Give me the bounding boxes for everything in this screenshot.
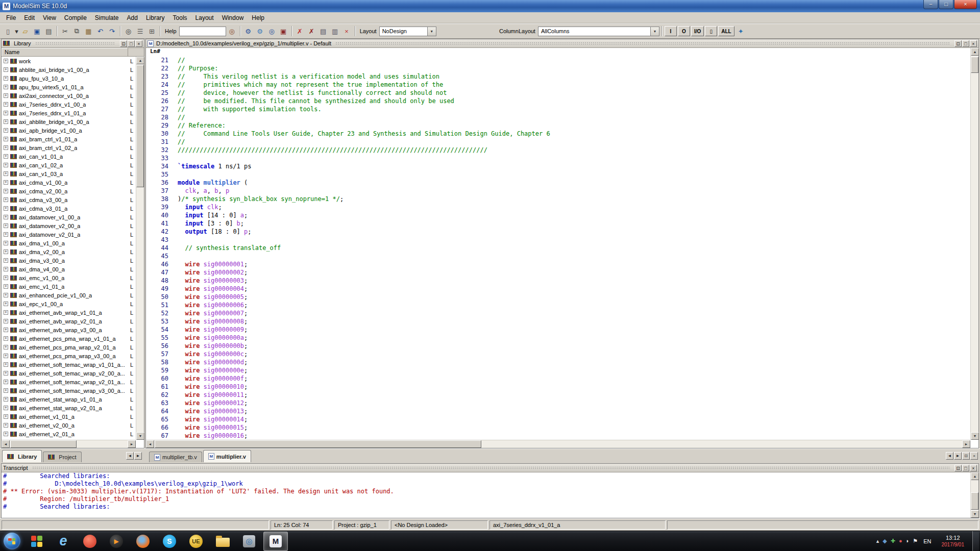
- doc-tab-multiplier-v[interactable]: Mmultiplier.v: [203, 450, 251, 462]
- code-line[interactable]: wire sig00000016;: [178, 432, 969, 440]
- layout-combobox[interactable]: NoDesign ▼: [379, 27, 436, 36]
- titlebar[interactable]: M ModelSim SE 10.0d −□×: [0, 0, 980, 12]
- scroll-up-button[interactable]: ▲: [971, 472, 979, 480]
- library-row[interactable]: +apu_fpu_virtex5_v1_01_aL: [2, 83, 136, 91]
- scroll-down-button[interactable]: ▼: [971, 432, 979, 440]
- expander-icon[interactable]: +: [4, 76, 8, 81]
- library-row[interactable]: +axi_cdma_v3_00_aL: [2, 195, 136, 204]
- taskbar-app-modelsim[interactable]: M: [263, 532, 288, 551]
- code-line[interactable]: // device, however the netlist is functi…: [178, 89, 969, 97]
- drag-handle[interactable]: [35, 42, 115, 45]
- close-pane-button[interactable]: ×: [135, 40, 142, 47]
- find-in-files-button[interactable]: ☰: [134, 26, 146, 37]
- expander-icon[interactable]: +: [4, 223, 8, 228]
- close-pane-button[interactable]: ×: [970, 40, 977, 47]
- library-row[interactable]: +axi_epc_v1_00_aL: [2, 299, 136, 308]
- columnlayout-combobox[interactable]: AllColumns ▼: [538, 27, 659, 36]
- code-line[interactable]: wire sig0000000f;: [178, 374, 969, 383]
- drag-handle[interactable]: [335, 42, 950, 45]
- filter-in-button[interactable]: I: [665, 26, 677, 36]
- close-button[interactable]: ×: [954, 0, 977, 9]
- expander-icon[interactable]: +: [4, 241, 8, 245]
- code-line[interactable]: //: [178, 138, 969, 146]
- library-row[interactable]: +axi_can_v1_03_aL: [2, 169, 136, 178]
- taskbar-app-firefox[interactable]: [131, 532, 155, 551]
- paste-button[interactable]: ▦: [83, 26, 94, 37]
- menu-item-add[interactable]: Add: [123, 13, 142, 22]
- scroll-left-button[interactable]: ◄: [2, 440, 10, 448]
- library-row[interactable]: +axi_datamover_v2_00_aL: [2, 221, 136, 230]
- library-row[interactable]: +axi_can_v1_01_aL: [2, 152, 136, 161]
- delete-all-button[interactable]: ✗: [306, 26, 317, 37]
- library-row[interactable]: +axi_dma_v4_00_aL: [2, 265, 136, 273]
- taskbar-app-opera[interactable]: [78, 532, 102, 551]
- filter-all-button[interactable]: ALL: [718, 26, 734, 36]
- library-row[interactable]: +axi_ethernet_pcs_pma_wrap_v1_01_aL: [2, 334, 136, 343]
- library-row[interactable]: +axi_datamover_v2_01_aL: [2, 230, 136, 239]
- scroll-right-button[interactable]: ►: [962, 440, 970, 448]
- library-row[interactable]: +axi_bram_ctrl_v1_02_aL: [2, 143, 136, 152]
- library-row[interactable]: +axi_ethernet_avb_wrap_v3_00_aL: [2, 325, 136, 334]
- tray-app-icon-1[interactable]: ◆: [883, 538, 887, 544]
- library-row[interactable]: +axi_ethernet_soft_temac_wrap_v3_00_a...…: [2, 386, 136, 395]
- expander-icon[interactable]: +: [4, 310, 8, 315]
- chevron-down-icon[interactable]: ▼: [427, 27, 436, 36]
- library-row[interactable]: +axi_ethernet_avb_wrap_v1_01_aL: [2, 308, 136, 317]
- cut-button[interactable]: ✂: [59, 26, 71, 37]
- taskbar-app-media[interactable]: ▶: [104, 532, 129, 551]
- library-row[interactable]: +axi_ethernet_avb_wrap_v2_01_aL: [2, 317, 136, 325]
- wave-doc-button[interactable]: ▥: [329, 26, 341, 37]
- tab-scroll-left-button[interactable]: ◄: [946, 452, 953, 460]
- code-line[interactable]: wire sig0000000a;: [178, 334, 969, 342]
- library-row[interactable]: +axi_ethernet_v2_01_aL: [2, 430, 136, 438]
- transcript-vertical-scrollbar[interactable]: ▲ ▼: [970, 472, 978, 518]
- library-row[interactable]: +axi_ahblite_bridge_v1_00_aL: [2, 117, 136, 126]
- code-line[interactable]: wire sig00000015;: [178, 423, 969, 432]
- help-search-button[interactable]: ◎: [226, 26, 238, 37]
- expander-icon[interactable]: +: [4, 362, 8, 367]
- code-line[interactable]: module multiplier (: [178, 179, 969, 187]
- library-row[interactable]: +axi_emc_v1_01_aL: [2, 282, 136, 291]
- menu-item-edit[interactable]: Edit: [20, 13, 39, 22]
- code-line[interactable]: //: [178, 113, 969, 121]
- menu-item-tools[interactable]: Tools: [169, 13, 191, 22]
- menu-item-help[interactable]: Help: [248, 13, 268, 22]
- expander-icon[interactable]: +: [4, 137, 8, 141]
- delete-button[interactable]: ✗: [294, 26, 306, 37]
- taskbar-app-ie[interactable]: e: [51, 532, 76, 551]
- expander-icon[interactable]: +: [4, 215, 8, 219]
- code-line[interactable]: )/* synthesis syn_black_box syn_noprune=…: [178, 195, 969, 203]
- pane-tab-library[interactable]: Library: [2, 450, 42, 462]
- expander-icon[interactable]: +: [4, 258, 8, 263]
- code-line[interactable]: input [3 : 0] b;: [178, 219, 969, 228]
- undo-button[interactable]: ↶: [94, 26, 106, 37]
- code-line[interactable]: [178, 154, 969, 162]
- tray-app-icon-2[interactable]: ✚: [891, 538, 895, 544]
- compile-button[interactable]: ⚙: [242, 26, 254, 37]
- bookmark-button[interactable]: ⊞: [146, 26, 158, 37]
- menu-item-compile[interactable]: Compile: [60, 13, 91, 22]
- code-line[interactable]: [178, 252, 969, 260]
- pane-tab-scroll-left-button[interactable]: ◄: [126, 452, 134, 460]
- library-row[interactable]: +axi_ethernet_stat_wrap_v1_01_aL: [2, 395, 136, 404]
- library-row[interactable]: +axi_ethernet_soft_temac_wrap_v1_01_a...…: [2, 360, 136, 369]
- language-indicator[interactable]: EN: [921, 538, 933, 545]
- library-row[interactable]: +axi_datamover_v1_00_aL: [2, 213, 136, 221]
- scroll-up-button[interactable]: ▲: [136, 57, 144, 64]
- expander-icon[interactable]: +: [4, 189, 8, 193]
- library-row[interactable]: +axi_cdma_v1_00_aL: [2, 178, 136, 187]
- library-row[interactable]: +axi_ethernet_soft_temac_wrap_v2_01_a...…: [2, 378, 136, 386]
- library-row[interactable]: +axi_cdma_v2_00_aL: [2, 187, 136, 195]
- code-line[interactable]: // Purpose:: [178, 64, 969, 72]
- expander-icon[interactable]: +: [4, 293, 8, 297]
- expander-icon[interactable]: +: [4, 414, 8, 419]
- chevron-down-icon[interactable]: ▼: [650, 27, 659, 36]
- code-line[interactable]: wire sig0000000c;: [178, 350, 969, 358]
- simulate-button[interactable]: ◎: [266, 26, 278, 37]
- maximize-button[interactable]: □: [939, 0, 953, 9]
- expander-icon[interactable]: +: [4, 111, 8, 115]
- code-line[interactable]: ////////////////////////////////////////…: [178, 146, 969, 154]
- library-row[interactable]: +axi_ethernet_stat_wrap_v2_01_aL: [2, 404, 136, 412]
- minimize-button[interactable]: −: [923, 0, 938, 9]
- code-line[interactable]: wire sig00000001;: [178, 260, 969, 268]
